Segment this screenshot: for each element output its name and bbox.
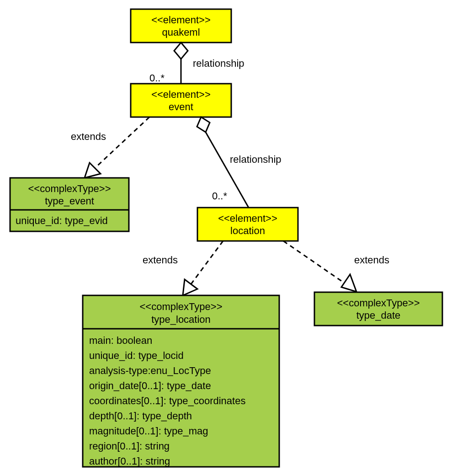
svg-line-3 (94, 117, 149, 169)
stereotype: <<element>> (218, 213, 277, 224)
attr-8: author[0..1]: string (89, 455, 170, 467)
classname: event (169, 101, 193, 112)
edge-label: extends (143, 254, 178, 266)
node-event: <<element>> event (131, 84, 231, 117)
attr-7: region[0..1]: string (89, 440, 170, 452)
attr-0: main: boolean (89, 335, 152, 346)
attr-5: depth[0..1]: type_depth (89, 410, 192, 422)
edge-event-location: relationship 0..* (197, 117, 282, 208)
classname: type_event (45, 195, 94, 207)
attr-4: coordinates[0..1]: type_coordinates (89, 395, 245, 406)
attr-0: unique_id: type_evid (16, 215, 108, 226)
node-location: <<element>> location (197, 208, 298, 241)
stereotype: <<element>> (151, 89, 211, 100)
classname: location (230, 225, 265, 236)
edge-mult: 0..* (212, 190, 227, 202)
edge-label: relationship (230, 154, 282, 165)
edge-label: relationship (193, 58, 244, 69)
classname: type_date (356, 310, 401, 321)
stereotype: <<complexType>> (28, 183, 111, 194)
generalization-arrow-icon (183, 279, 197, 295)
uml-diagram: <<element>> quakeml relationship 0..* <<… (0, 0, 457, 476)
stereotype: <<element>> (151, 14, 211, 26)
stereotype: <<complexType>> (337, 297, 420, 309)
classname: type_location (151, 314, 211, 325)
attr-6: magnitude[0..1]: type_mag (89, 425, 208, 437)
edge-location-typedate: extends (283, 241, 389, 292)
node-type-location: <<complexType>> type_location main: bool… (83, 295, 279, 467)
aggregation-diamond-icon (197, 117, 210, 132)
attr-2: analysis-type:enu_LocType (89, 365, 211, 376)
svg-line-8 (190, 241, 223, 285)
node-type-date: <<complexType>> type_date (314, 292, 442, 326)
edge-event-typeevent: extends (71, 117, 149, 178)
edge-label: extends (71, 131, 106, 142)
aggregation-diamond-icon (174, 43, 188, 59)
edge-mult: 0..* (149, 72, 165, 84)
edge-label: extends (354, 254, 389, 266)
classname: quakeml (162, 27, 200, 38)
svg-line-9 (283, 241, 346, 284)
generalization-arrow-icon (341, 274, 356, 292)
edge-quakeml-event: relationship 0..* (149, 43, 244, 84)
edge-location-typelocation: extends (143, 241, 223, 295)
node-type-event: <<complexType>> type_event unique_id: ty… (10, 178, 129, 231)
attr-3: origin_date[0..1]: type_date (89, 380, 211, 391)
stereotype: <<complexType>> (139, 301, 222, 312)
node-quakeml: <<element>> quakeml (131, 9, 231, 43)
attr-1: unique_id: type_locid (89, 350, 184, 361)
